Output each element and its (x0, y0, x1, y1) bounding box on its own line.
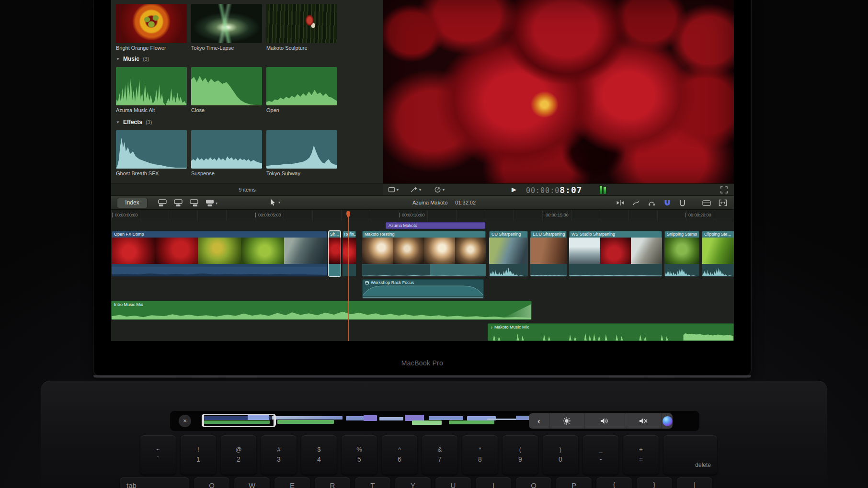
video-clip-thumbnail[interactable] (266, 4, 337, 43)
audio-clip-thumbnail[interactable] (116, 67, 187, 105)
clip-appearance-icon[interactable] (702, 199, 711, 206)
disclosure-triangle-icon[interactable]: ▼ (116, 120, 120, 125)
final-cut-pro-window: Bright Orange Flower Tokyo Time-Lapse Ma… (111, 0, 734, 341)
keyboard-qwerty-row: tab Q W E R T Y U I O P {[ }] |\ (120, 477, 712, 488)
timeline-segment (379, 417, 403, 420)
mute-button[interactable] (625, 413, 662, 429)
retime-icon (434, 186, 441, 193)
enhancements-wand-icon (410, 186, 418, 193)
key-equals[interactable]: += (623, 435, 659, 475)
key-q[interactable]: Q (194, 477, 229, 488)
key-4[interactable]: $4 (301, 435, 337, 475)
view-options-menu[interactable]: ▾ (388, 186, 399, 193)
timeline-fit-icon[interactable] (719, 199, 727, 206)
volume-button[interactable] (584, 413, 625, 429)
timeline-clip[interactable]: Refin... (343, 231, 356, 276)
snapping-icon[interactable] (663, 200, 671, 206)
clip-audio-band (664, 264, 699, 276)
timeline-ruler[interactable]: 00:00:00:00 00:00:05:00 00:00:10:00 00:0… (111, 210, 734, 221)
key-8[interactable]: *8 (462, 435, 498, 475)
audio-clip-thumbnail[interactable] (191, 67, 262, 105)
key-9[interactable]: (9 (503, 435, 538, 475)
key-2[interactable]: @2 (221, 435, 256, 475)
expand-control-strip-button[interactable]: ‹ (529, 413, 549, 429)
playhead-timecode: 00:00:08:07 (526, 185, 582, 195)
title-clip[interactable]: Azuma Makoto (386, 222, 485, 229)
append-edit-icon[interactable] (190, 199, 198, 207)
video-clip-thumbnail[interactable] (191, 4, 262, 43)
media-browser: Bright Orange Flower Tokyo Time-Lapse Ma… (111, 0, 383, 183)
trim-icon[interactable] (616, 200, 625, 206)
key-6[interactable]: ^6 (382, 435, 417, 475)
key-bracket-left[interactable]: {[ (596, 477, 632, 488)
timeline-clip[interactable]: Sh... (329, 231, 341, 276)
overwrite-edit-menu[interactable]: ▾ (206, 199, 217, 207)
connected-audio-clip[interactable]: Workshop Rack Focus (362, 279, 484, 298)
key-y[interactable]: Y (395, 477, 431, 488)
brightness-button[interactable] (549, 413, 584, 429)
key-r[interactable]: R (315, 477, 350, 488)
key-tilde[interactable]: ~` (140, 435, 176, 475)
expand-viewer-button[interactable] (720, 186, 728, 194)
audio-clip-thumbnail[interactable] (266, 130, 337, 169)
key-minus[interactable]: _- (583, 435, 618, 475)
key-t[interactable]: T (355, 477, 390, 488)
timeline-area[interactable]: Azuma Makoto Open FX Comp Sh... (111, 221, 734, 341)
timeline-clip[interactable]: Open FX Comp (112, 231, 327, 276)
key-p[interactable]: P (556, 477, 592, 488)
timeline-clip[interactable]: ECU Sharpening (530, 231, 567, 276)
key-tab[interactable]: tab (120, 477, 189, 488)
key-bracket-right[interactable]: }] (637, 477, 672, 488)
key-delete[interactable]: delete (663, 435, 717, 475)
playhead[interactable] (348, 211, 349, 341)
audio-skimming-icon[interactable] (648, 200, 656, 206)
audio-clip-thumbnail[interactable] (191, 130, 262, 169)
index-button[interactable]: Index (117, 198, 148, 208)
browser-item: Makoto Sculpture (266, 4, 337, 51)
disclosure-triangle-icon[interactable]: ▼ (116, 57, 120, 61)
touch-bar: × ‹ (170, 411, 699, 431)
ruler-tick: 00:00:10:00 (399, 213, 425, 217)
key-7[interactable]: &7 (422, 435, 457, 475)
key-3[interactable]: #3 (261, 435, 297, 475)
tools-menu[interactable]: ▾ (270, 199, 280, 206)
touchbar-timeline-scrubber[interactable] (200, 414, 485, 428)
key-w[interactable]: W (234, 477, 270, 488)
key-i[interactable]: I (476, 477, 511, 488)
timeline-clip[interactable]: Makoto Resting (362, 231, 486, 276)
skimming-icon[interactable] (632, 200, 640, 206)
edit-buttons: ▾ (158, 199, 217, 207)
solo-icon[interactable] (679, 200, 686, 206)
music-section-header[interactable]: ▼ Music (3) (116, 56, 149, 62)
timeline-clip[interactable]: CU Sharpening (489, 231, 528, 276)
effects-section-header[interactable]: ▼ Effects (3) (116, 119, 152, 125)
insert-edit-icon[interactable] (174, 199, 183, 207)
touchbar-close-button[interactable]: × (179, 415, 191, 427)
retime-menu[interactable]: ▾ (434, 186, 445, 193)
key-o[interactable]: O (516, 477, 551, 488)
enhancements-menu[interactable]: ▾ (410, 186, 421, 193)
play-button[interactable]: ▶ (512, 186, 516, 193)
audio-clip[interactable]: ♪ Makoto Music Mix (488, 323, 734, 341)
timeline-clip[interactable]: Snipping Stems (664, 231, 699, 276)
key-backslash[interactable]: |\ (677, 477, 712, 488)
video-clip-thumbnail[interactable] (116, 4, 187, 43)
touchbar-selection-bracket[interactable] (202, 414, 276, 427)
audio-meters[interactable] (600, 186, 606, 194)
timeline-clip[interactable]: Clipping Ste... (702, 231, 734, 276)
key-e[interactable]: E (274, 477, 310, 488)
audio-meter-right (604, 187, 606, 194)
key-0[interactable]: )0 (543, 435, 578, 475)
timeline-clip[interactable]: WS Studio Sharpening (569, 231, 662, 276)
key-5[interactable]: %5 (342, 435, 377, 475)
key-1[interactable]: !1 (181, 435, 216, 475)
key-u[interactable]: U (435, 477, 471, 488)
audio-clip-thumbnail[interactable] (266, 67, 337, 105)
siri-button[interactable] (662, 413, 673, 429)
audio-clip[interactable]: Intro Music Mix (111, 301, 532, 320)
viewer-canvas[interactable] (383, 0, 734, 183)
connect-edit-icon[interactable] (158, 199, 167, 207)
project-timecode: 01:32:02 (455, 200, 476, 205)
audio-clip-thumbnail[interactable] (116, 130, 187, 169)
section-title: Music (123, 56, 139, 62)
